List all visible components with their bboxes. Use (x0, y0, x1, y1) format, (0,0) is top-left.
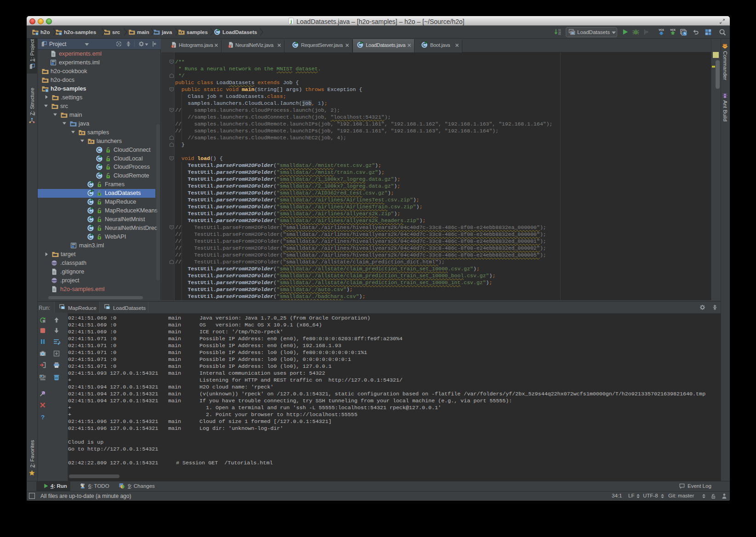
svg-text:?: ? (41, 414, 45, 421)
svg-text:j: j (290, 19, 292, 24)
svg-text:VCS: VCS (670, 29, 676, 31)
svg-text:01: 01 (558, 33, 561, 35)
svg-text:VCS: VCS (659, 29, 664, 31)
